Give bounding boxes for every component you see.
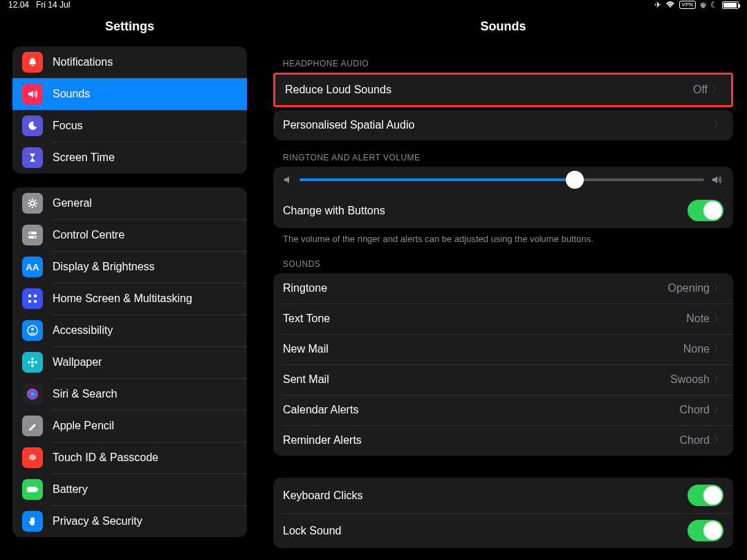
status-right: ✈ VPN ⊕ ☾ — [654, 0, 739, 10]
sidebar-item-battery[interactable]: Battery — [12, 474, 247, 505]
gear-icon — [22, 193, 43, 214]
row-calendar-alerts[interactable]: Calendar AlertsChord〉 — [273, 395, 733, 425]
sidebar-item-focus[interactable]: Focus — [12, 110, 247, 142]
pencil-icon — [22, 416, 43, 436]
battery-icon — [722, 1, 739, 9]
wifi-icon — [665, 1, 675, 8]
sidebar-item-label: Wallpaper — [53, 356, 237, 368]
row-sent-mail[interactable]: Sent MailSwoosh〉 — [273, 364, 733, 395]
aa-icon: AA — [22, 256, 43, 277]
sidebar-item-label: Screen Time — [53, 151, 237, 164]
svg-point-0 — [30, 201, 35, 205]
chevron-right-icon: 〉 — [714, 119, 723, 131]
row-label: Text Tone — [283, 312, 686, 325]
toggle-change-with-buttons[interactable] — [688, 200, 723, 221]
svg-rect-18 — [37, 488, 38, 491]
sidebar-item-display-brightness[interactable]: AADisplay & Brightness — [12, 251, 247, 283]
sidebar-item-wallpaper[interactable]: Wallpaper — [12, 346, 247, 378]
sidebar-item-sounds[interactable]: Sounds — [12, 78, 247, 110]
svg-point-15 — [35, 361, 37, 364]
sidebar-item-label: Siri & Search — [53, 388, 237, 400]
chevron-right-icon: 〉 — [714, 373, 723, 386]
row-reduce-loud-sounds[interactable]: Reduce Loud Sounds Off 〉 — [273, 73, 733, 107]
chevron-right-icon: 〉 — [714, 312, 723, 325]
svg-point-3 — [30, 232, 32, 234]
flower-icon — [22, 352, 43, 373]
svg-rect-8 — [34, 300, 37, 303]
sidebar-item-privacy-security[interactable]: Privacy & Security — [12, 505, 247, 537]
section-header-headphone: HEADPHONE AUDIO — [273, 46, 733, 73]
toggle-keyboard-clicks[interactable] — [688, 485, 723, 506]
sidebar-item-label: Display & Brightness — [53, 261, 237, 273]
row-label: Personalised Spatial Audio — [283, 119, 714, 131]
svg-point-12 — [31, 357, 34, 360]
svg-point-10 — [31, 328, 34, 330]
sidebar-item-label: Focus — [53, 120, 237, 132]
person-icon — [22, 320, 43, 341]
chevron-right-icon: 〉 — [714, 404, 723, 416]
sidebar-item-label: Notifications — [53, 56, 237, 68]
sidebar-item-label: Touch ID & Passcode — [53, 451, 237, 464]
sidebar-item-siri-search[interactable]: Siri & Search — [12, 378, 247, 410]
row-value: Swoosh — [670, 373, 710, 386]
toggle-lock-sound[interactable] — [688, 520, 723, 541]
section-footer: The volume of the ringer and alerts can … — [273, 228, 733, 247]
sidebar-item-screen-time[interactable]: Screen Time — [12, 142, 247, 174]
sidebar-item-home-screen-multitasking[interactable]: Home Screen & Multitasking — [12, 283, 247, 315]
section-header-sounds: SOUNDS — [273, 247, 733, 273]
sidebar-item-label: Control Centre — [53, 229, 237, 241]
sidebar: Settings NotificationsSoundsFocusScreen … — [0, 10, 259, 560]
svg-rect-6 — [34, 295, 37, 297]
speaker-max-icon — [711, 175, 723, 185]
sidebar-item-label: Privacy & Security — [53, 515, 237, 528]
row-label: Lock Sound — [283, 525, 688, 537]
sidebar-item-label: Apple Pencil — [53, 420, 237, 432]
status-date: Fri 14 Jul — [36, 0, 70, 10]
row-spatial-audio[interactable]: Personalised Spatial Audio 〉 — [273, 110, 733, 140]
vpn-icon: VPN — [679, 1, 696, 9]
row-value: Chord — [679, 404, 710, 416]
sidebar-item-notifications[interactable]: Notifications — [12, 46, 247, 78]
sidebar-title: Settings — [0, 10, 259, 46]
volume-slider-row — [273, 167, 733, 193]
row-value: Chord — [679, 434, 710, 447]
sidebar-item-touch-id-passcode[interactable]: Touch ID & Passcode — [12, 442, 247, 474]
sidebar-item-accessibility[interactable]: Accessibility — [12, 315, 247, 346]
sidebar-item-apple-pencil[interactable]: Apple Pencil — [12, 410, 247, 442]
sidebar-item-general[interactable]: General — [12, 187, 247, 219]
speaker-min-icon — [283, 175, 293, 185]
hand-icon — [22, 511, 43, 532]
svg-rect-5 — [28, 295, 31, 297]
svg-rect-17 — [27, 487, 37, 492]
row-keyboard-clicks: Keyboard Clicks — [273, 478, 733, 513]
row-label: New Mail — [283, 343, 683, 355]
sidebar-item-label: Home Screen & Multitasking — [53, 292, 237, 305]
fingerprint-icon — [22, 447, 43, 468]
toggles-icon — [22, 225, 43, 245]
sidebar-item-control-centre[interactable]: Control Centre — [12, 219, 247, 251]
slider-thumb[interactable] — [566, 171, 584, 189]
chevron-right-icon: 〉 — [714, 282, 723, 295]
chevron-right-icon: 〉 — [714, 343, 723, 355]
row-ringtone[interactable]: RingtoneOpening〉 — [273, 273, 733, 304]
speaker-icon — [22, 84, 43, 104]
orientation-lock-icon: ⊕ — [700, 1, 706, 10]
row-change-with-buttons: Change with Buttons — [273, 193, 733, 228]
row-text-tone[interactable]: Text ToneNote〉 — [273, 304, 733, 334]
hourglass-icon — [22, 147, 43, 168]
row-label: Reminder Alerts — [283, 434, 679, 447]
detail-title: Sounds — [259, 10, 747, 46]
row-new-mail[interactable]: New MailNone〉 — [273, 334, 733, 364]
sidebar-item-label: Battery — [53, 483, 237, 496]
bell-icon — [22, 52, 43, 73]
row-reminder-alerts[interactable]: Reminder AlertsChord〉 — [273, 425, 733, 456]
sidebar-item-label: Sounds — [53, 88, 237, 100]
status-bar: 12.04 Fri 14 Jul ✈ VPN ⊕ ☾ — [0, 0, 747, 10]
row-value: Off — [693, 84, 708, 96]
airplane-icon: ✈ — [654, 0, 661, 10]
svg-point-14 — [28, 361, 30, 364]
svg-point-13 — [31, 364, 34, 367]
grid-icon — [22, 288, 43, 309]
svg-point-16 — [27, 389, 38, 400]
volume-slider[interactable] — [299, 178, 704, 181]
